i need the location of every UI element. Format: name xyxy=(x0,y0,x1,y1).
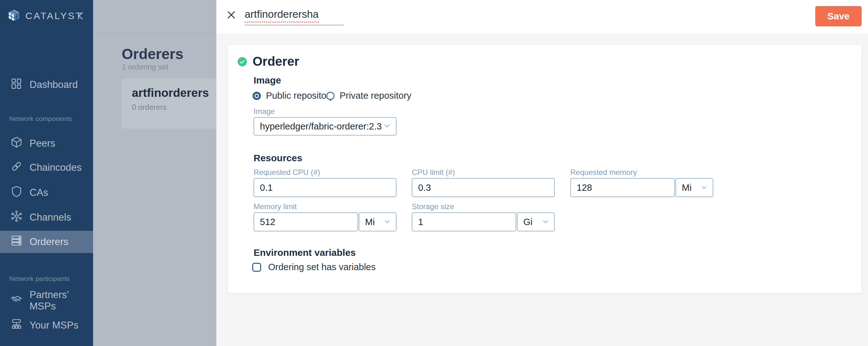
ca-shield-icon xyxy=(10,185,23,200)
panel-header-divider xyxy=(93,33,216,34)
ordering-set-card[interactable]: artfinorderers 0 orderers xyxy=(122,79,216,129)
sidebar-item-peers[interactable]: Peers xyxy=(0,132,93,154)
sidebar-item-label: Dashboard xyxy=(30,79,78,91)
storage-size-unit-select[interactable]: Gi xyxy=(517,212,555,232)
requested-memory-label: Requested memory xyxy=(570,168,637,177)
checkbox-unchecked-icon xyxy=(252,263,261,272)
cpu-limit-label: CPU limit (#) xyxy=(412,168,455,177)
org-chart-icon xyxy=(10,318,23,333)
name-input-underline xyxy=(245,25,344,25)
radio-private-repository[interactable]: Private repository xyxy=(326,91,411,101)
sidebar-item-label: Partners’ MSPs xyxy=(30,289,93,312)
sidebar-section-network-components: Network components xyxy=(9,115,72,123)
orderers-list-panel: Orderers 1 ordering set artfinorderers 0… xyxy=(93,0,216,346)
chaincode-link-icon xyxy=(10,160,23,175)
chevron-down-icon xyxy=(383,121,391,132)
chevron-down-icon xyxy=(384,217,391,227)
logo-wordmark: CATALYST xyxy=(25,10,83,21)
image-select[interactable]: hyperledger/fabric-orderer:2.3 xyxy=(253,117,397,136)
chevron-left-icon[interactable] xyxy=(76,11,86,21)
page-title: Orderers xyxy=(122,45,183,63)
ordering-set-name-value: artfinorderersha xyxy=(245,8,319,23)
peers-cube-icon xyxy=(10,136,23,151)
requested-memory-unit-select[interactable]: Mi xyxy=(676,178,713,197)
has-variables-checkbox[interactable]: Ordering set has variables xyxy=(252,262,376,272)
sidebar-item-label: Chaincodes xyxy=(30,162,82,173)
drawer-header: artfinorderersha Save xyxy=(216,0,868,33)
ordering-set-name-input[interactable]: artfinorderersha xyxy=(245,8,319,23)
env-section-heading: Environment variables xyxy=(253,247,356,258)
sidebar-item-cas[interactable]: CAs xyxy=(0,181,93,204)
radio-public-repository[interactable]: Public repository xyxy=(253,91,334,101)
radio-selected-icon xyxy=(253,92,261,100)
ordering-set-name: artfinorderers xyxy=(132,86,209,100)
image-section-heading: Image xyxy=(253,75,281,86)
handshake-icon xyxy=(10,293,23,308)
memory-limit-label: Memory limit xyxy=(253,202,297,211)
dashboard-icon xyxy=(10,77,23,92)
requested-cpu-label: Requested CPU (#) xyxy=(253,168,320,177)
sidebar-item-orderers[interactable]: Orderers xyxy=(0,231,93,253)
orderer-count: 0 orderers xyxy=(132,103,166,112)
orderers-stack-icon xyxy=(10,235,23,249)
sidebar: CATALYST Dashboard Network components xyxy=(0,0,93,346)
catalyst-cube-icon xyxy=(7,8,21,24)
check-circle-icon xyxy=(238,57,247,66)
cpu-limit-input[interactable] xyxy=(412,178,555,197)
image-select-value: hyperledger/fabric-orderer:2.3 xyxy=(260,121,382,132)
form-section-title: Orderer xyxy=(253,54,299,69)
sidebar-section-network-participants: Network participants xyxy=(9,275,69,282)
sidebar-item-label: Peers xyxy=(30,138,55,149)
sidebar-item-dashboard[interactable]: Dashboard xyxy=(0,74,93,96)
app-root: CATALYST Dashboard Network components xyxy=(0,0,868,346)
channels-network-icon xyxy=(10,210,23,225)
radio-unselected-icon xyxy=(326,92,335,100)
save-button[interactable]: Save xyxy=(815,6,862,26)
sidebar-item-label: CAs xyxy=(30,187,48,198)
sidebar-item-partners-msps[interactable]: Partners’ MSPs xyxy=(0,289,93,312)
storage-size-input[interactable] xyxy=(412,212,516,232)
requested-memory-input[interactable] xyxy=(570,178,675,197)
sidebar-item-channels[interactable]: Channels xyxy=(0,206,93,229)
chevron-down-icon xyxy=(542,217,549,227)
ordering-set-count: 1 ordering set xyxy=(122,63,168,71)
close-icon[interactable] xyxy=(226,9,237,20)
sidebar-item-label: Orderers xyxy=(30,236,68,248)
resources-section-heading: Resources xyxy=(253,153,302,164)
sidebar-item-chaincodes[interactable]: Chaincodes xyxy=(0,157,93,179)
orderer-drawer: artfinorderersha Save Orderer Image Publ… xyxy=(216,0,868,346)
storage-size-label: Storage size xyxy=(412,202,454,211)
memory-limit-unit-select[interactable]: Mi xyxy=(359,212,397,232)
memory-limit-input[interactable] xyxy=(253,212,358,232)
app-logo: CATALYST xyxy=(7,8,83,24)
sidebar-item-label: Your MSPs xyxy=(30,320,79,331)
image-select-label: Image xyxy=(253,107,275,116)
orderer-form-card: Orderer Image Public repository Private … xyxy=(228,45,861,293)
requested-cpu-input[interactable] xyxy=(253,178,397,197)
chevron-down-icon xyxy=(701,182,708,193)
sidebar-item-label: Channels xyxy=(30,212,71,223)
sidebar-item-your-msps[interactable]: Your MSPs xyxy=(0,314,93,337)
